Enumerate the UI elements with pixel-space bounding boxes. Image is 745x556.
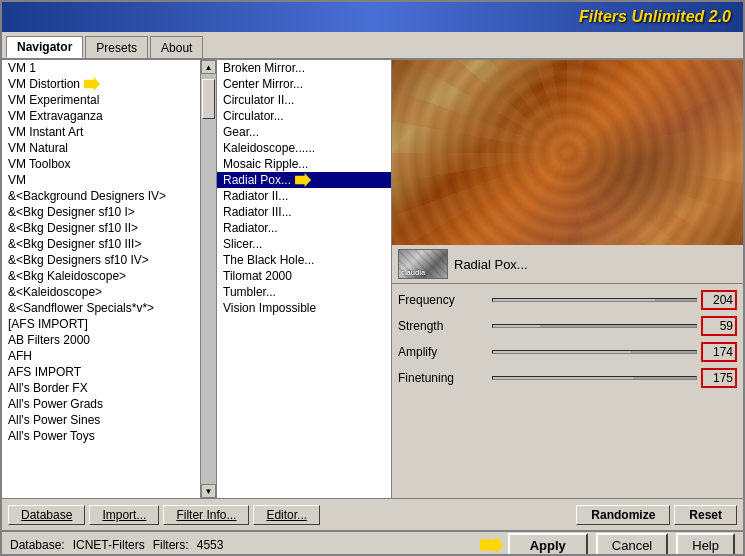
param-slider[interactable] xyxy=(492,319,697,333)
category-list-item[interactable]: AB Filters 2000 xyxy=(2,332,200,348)
slider-fill xyxy=(493,325,540,327)
filters-value: 4553 xyxy=(197,538,224,552)
category-list-item[interactable]: VM Distortion xyxy=(2,76,200,92)
tab-bar: Navigator Presets About xyxy=(2,32,743,60)
right-panel: claudia Radial Pox... Frequency204Streng… xyxy=(392,60,743,498)
category-list-item[interactable]: All's Power Sines xyxy=(2,412,200,428)
param-row: Strength59 xyxy=(398,316,737,336)
database-value: ICNET-Filters xyxy=(73,538,145,552)
apply-wrap: Apply xyxy=(480,533,588,557)
category-list-item[interactable]: AFH xyxy=(2,348,200,364)
cancel-button[interactable]: Cancel xyxy=(596,533,668,557)
category-list[interactable]: VM 1VM DistortionVM ExperimentalVM Extra… xyxy=(2,60,200,498)
editor-button[interactable]: Editor... xyxy=(253,505,320,525)
scrollbar-track[interactable] xyxy=(201,74,216,484)
filter-list-item[interactable]: Center Mirror... xyxy=(217,76,391,92)
title-bar: Filters Unlimited 2.0 xyxy=(2,2,743,32)
reset-button[interactable]: Reset xyxy=(674,505,737,525)
category-list-item[interactable]: VM Experimental xyxy=(2,92,200,108)
category-list-item[interactable]: &<Bkg Designers sf10 IV> xyxy=(2,252,200,268)
filter-list-item[interactable]: Circulator... xyxy=(217,108,391,124)
param-value: 174 xyxy=(701,342,737,362)
param-value: 59 xyxy=(701,316,737,336)
filter-list-item[interactable]: Kaleidoscope...... xyxy=(217,140,391,156)
category-list-item[interactable]: &<Kaleidoscope> xyxy=(2,284,200,300)
main-content: VM 1VM DistortionVM ExperimentalVM Extra… xyxy=(2,60,743,498)
scroll-down-arrow[interactable]: ▼ xyxy=(201,484,216,498)
preview-image xyxy=(392,60,743,245)
import-button[interactable]: Import... xyxy=(89,505,159,525)
filter-list-panel[interactable]: Broken Mirror...Center Mirror...Circulat… xyxy=(217,60,392,498)
category-list-item[interactable]: &<Bkg Designer sf10 I> xyxy=(2,204,200,220)
category-list-item[interactable]: All's Border FX xyxy=(2,380,200,396)
tab-about[interactable]: About xyxy=(150,36,203,58)
category-list-item[interactable]: &<Background Designers IV> xyxy=(2,188,200,204)
param-value: 175 xyxy=(701,368,737,388)
filter-list-item[interactable]: Mosaic Ripple... xyxy=(217,156,391,172)
category-list-item[interactable]: All's Power Toys xyxy=(2,428,200,444)
slider-track xyxy=(492,350,697,354)
category-list-item[interactable]: &<Bkg Designer sf10 III> xyxy=(2,236,200,252)
param-slider[interactable] xyxy=(492,345,697,359)
help-button[interactable]: Help xyxy=(676,533,735,557)
category-list-item[interactable]: VM xyxy=(2,172,200,188)
category-list-item[interactable]: &<Bkg Designer sf10 II> xyxy=(2,220,200,236)
slider-track xyxy=(492,324,697,328)
filter-list-item[interactable]: Radial Pox... xyxy=(217,172,391,188)
param-slider[interactable] xyxy=(492,371,697,385)
tab-presets[interactable]: Presets xyxy=(85,36,148,58)
category-list-wrap: VM 1VM DistortionVM ExperimentalVM Extra… xyxy=(2,60,216,498)
filter-list-item[interactable]: Vision Impossible xyxy=(217,300,391,316)
category-list-item[interactable]: VM Extravaganza xyxy=(2,108,200,124)
param-row: Frequency204 xyxy=(398,290,737,310)
apply-button[interactable]: Apply xyxy=(508,533,588,557)
filter-list-item[interactable]: Radiator II... xyxy=(217,188,391,204)
filter-list-item[interactable]: Circulator II... xyxy=(217,92,391,108)
arrow-icon xyxy=(295,173,311,187)
database-label: Database: xyxy=(10,538,65,552)
scrollbar-thumb[interactable] xyxy=(202,79,215,119)
param-value: 204 xyxy=(701,290,737,310)
database-button[interactable]: Database xyxy=(8,505,85,525)
filter-list-item[interactable]: Tumbler... xyxy=(217,284,391,300)
category-list-item[interactable]: &<Bkg Kaleidoscope> xyxy=(2,268,200,284)
param-label: Finetuning xyxy=(398,371,488,385)
filter-list-item[interactable]: Radiator... xyxy=(217,220,391,236)
category-list-item[interactable]: VM Instant Art xyxy=(2,124,200,140)
param-slider[interactable] xyxy=(492,293,697,307)
params-area: Frequency204Strength59Amplify174Finetuni… xyxy=(392,284,743,498)
arrow-icon xyxy=(84,77,100,91)
param-label: Frequency xyxy=(398,293,488,307)
category-list-item[interactable]: AFS IMPORT xyxy=(2,364,200,380)
randomize-button[interactable]: Randomize xyxy=(576,505,670,525)
left-scrollbar[interactable]: ▲ ▼ xyxy=(200,60,216,498)
filter-list-item[interactable]: Radiator III... xyxy=(217,204,391,220)
filter-list-item[interactable]: Tilomat 2000 xyxy=(217,268,391,284)
filter-info-button[interactable]: Filter Info... xyxy=(163,505,249,525)
filter-list-item[interactable]: Broken Mirror... xyxy=(217,60,391,76)
filters-label: Filters: xyxy=(153,538,189,552)
category-list-item[interactable]: &<Sandflower Specials*v*> xyxy=(2,300,200,316)
active-filter-name: Radial Pox... xyxy=(454,257,528,272)
param-row: Finetuning175 xyxy=(398,368,737,388)
category-list-item[interactable]: VM 1 xyxy=(2,60,200,76)
filter-list-item[interactable]: The Black Hole... xyxy=(217,252,391,268)
slider-fill xyxy=(493,299,655,301)
tab-navigator[interactable]: Navigator xyxy=(6,36,83,58)
category-list-item[interactable]: [AFS IMPORT] xyxy=(2,316,200,332)
param-label: Amplify xyxy=(398,345,488,359)
left-panel: VM 1VM DistortionVM ExperimentalVM Extra… xyxy=(2,60,217,498)
param-row: Amplify174 xyxy=(398,342,737,362)
slider-track xyxy=(492,376,697,380)
category-list-item[interactable]: VM Natural xyxy=(2,140,200,156)
category-list-item[interactable]: All's Power Grads xyxy=(2,396,200,412)
filter-list-item[interactable]: Slicer... xyxy=(217,236,391,252)
scroll-up-arrow[interactable]: ▲ xyxy=(201,60,216,74)
slider-fill xyxy=(493,351,631,353)
thumb-label: claudia xyxy=(401,269,425,276)
filter-list-item[interactable]: Gear... xyxy=(217,124,391,140)
slider-fill xyxy=(493,377,633,379)
apply-arrow-icon xyxy=(480,536,504,554)
category-list-item[interactable]: VM Toolbox xyxy=(2,156,200,172)
param-label: Strength xyxy=(398,319,488,333)
